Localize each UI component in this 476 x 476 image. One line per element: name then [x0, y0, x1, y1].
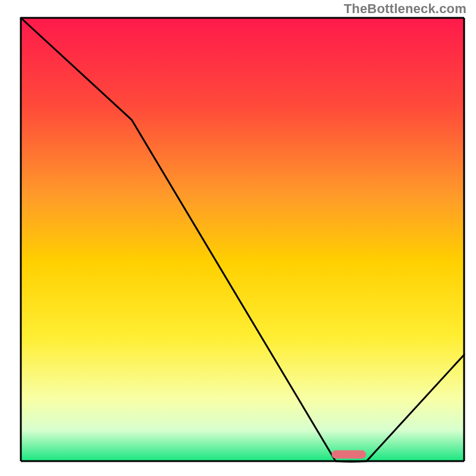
chart-container: TheBottleneck.com [0, 0, 476, 476]
watermark-text: TheBottleneck.com [344, 1, 466, 17]
bottleneck-chart [0, 0, 476, 476]
optimal-marker [331, 450, 366, 459]
plot-background [21, 18, 464, 461]
